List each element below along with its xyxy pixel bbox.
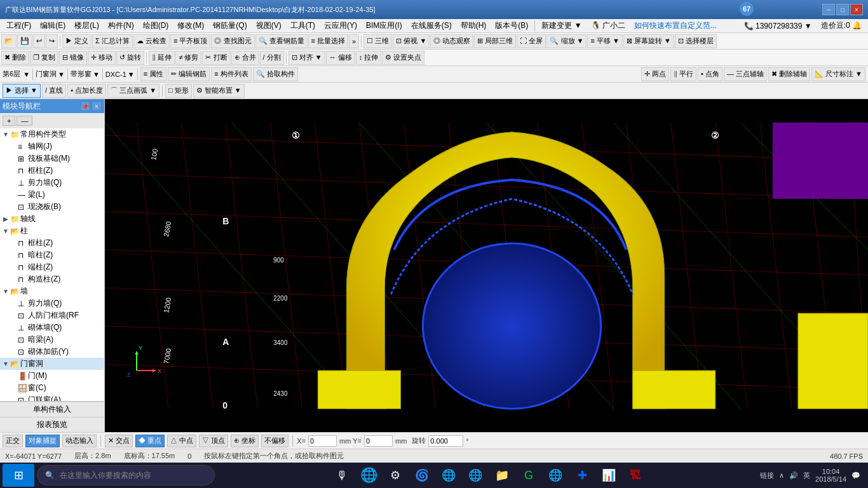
tree-item-beam[interactable]: — 梁(L) xyxy=(0,189,104,201)
tree-item-col4[interactable]: ⊓ 构造柱(Z) xyxy=(0,273,104,285)
task-ie[interactable]: 🌐 xyxy=(437,464,460,487)
screen-rotate-btn[interactable]: ⊠ 屏幕旋转 ▼ xyxy=(623,34,674,48)
y-input[interactable] xyxy=(364,435,393,447)
open-btn[interactable]: 📂 xyxy=(1,34,17,48)
task-app1[interactable]: 📊 xyxy=(597,464,620,487)
sidebar-pin-btn[interactable]: 📌 xyxy=(80,101,90,111)
zoom-btn[interactable]: 🔍 缩放 ▼ xyxy=(546,34,587,48)
sum-btn[interactable]: Σ 汇总计算 xyxy=(92,34,133,48)
sidebar-close-btn[interactable]: × xyxy=(92,101,102,111)
redo-btn[interactable]: ↪ xyxy=(46,34,58,48)
tree-item-wall1[interactable]: ⊥ 剪力墙(Q) xyxy=(0,297,104,309)
dynamic-input-btn[interactable]: 动态输入 xyxy=(62,435,97,447)
offset-btn[interactable]: ↔ 偏移 xyxy=(326,51,355,65)
menu-bim[interactable]: BIM应用(I) xyxy=(362,19,406,32)
tree-item-wall2[interactable]: ⊡ 人防门框墙(RF xyxy=(0,309,104,322)
tree-item-axisgroup[interactable]: ▶ 📁 轴线 xyxy=(0,213,104,225)
edit-rebar-btn[interactable]: ✏ 编辑钢筋 xyxy=(168,67,210,81)
tree-item-common[interactable]: ▼ 📁 常用构件类型 xyxy=(0,128,104,140)
tree-item-shear-wall[interactable]: ⊥ 剪力墙(Q) xyxy=(0,177,104,189)
task-green[interactable]: G xyxy=(517,464,540,487)
task-browser[interactable]: 🌐 xyxy=(544,464,567,487)
tree-item-col3[interactable]: ⊓ 端柱(Z) xyxy=(0,261,104,273)
task-edge2[interactable]: 🌀 xyxy=(410,464,433,487)
task-ie2[interactable]: 🌐 xyxy=(464,464,487,487)
mirror-btn[interactable]: ⊟ 镜像 xyxy=(59,51,87,65)
task-folder[interactable]: 📁 xyxy=(491,464,513,487)
property-btn[interactable]: ≡ 属性 xyxy=(140,67,166,81)
tree-item-wall3[interactable]: ⊥ 砌体墙(Q) xyxy=(0,322,104,334)
menu-phone[interactable]: 📞 13907298339 ▼ xyxy=(740,20,816,32)
tree-item-slab[interactable]: ⊡ 现浇板(B) xyxy=(0,201,104,213)
coord-btn[interactable]: ⊕ 坐标 xyxy=(231,435,259,447)
batch-select-btn[interactable]: ≡ 批量选择 xyxy=(308,34,348,48)
parallel-btn[interactable]: ‖ 平行 xyxy=(670,67,696,81)
dimension-btn[interactable]: 📐 尺寸标注 ▼ xyxy=(811,67,865,81)
tree-item-frame-col[interactable]: ⊓ 框柱(Z) xyxy=(0,165,104,177)
3d-btn[interactable]: ☐ 三维 xyxy=(363,34,392,48)
report-preview-btn[interactable]: 报表预览 xyxy=(0,417,104,432)
menu-modify[interactable]: 修改(M) xyxy=(173,19,208,32)
tree-item-raft[interactable]: ⊞ 筏板基础(M) xyxy=(0,152,104,165)
sidebar-add-btn[interactable]: + xyxy=(3,116,15,126)
task-plus[interactable]: ✚ xyxy=(571,464,593,487)
snap-btn[interactable]: 对象捕捉 xyxy=(25,435,60,447)
menu-guangxiaer[interactable]: 🐧 广小二 xyxy=(587,19,629,32)
restore-button[interactable]: □ xyxy=(836,4,849,15)
menu-draw[interactable]: 绘图(D) xyxy=(139,19,173,32)
no-offset-btn[interactable]: 不偏移 xyxy=(261,435,288,447)
floor-select-btn[interactable]: ⊡ 选择楼层 xyxy=(675,34,717,48)
tree-item-col2[interactable]: ⊓ 暗柱(Z) xyxy=(0,249,104,261)
smart-layout-btn[interactable]: ⚙ 智能布置 ▼ xyxy=(193,84,245,98)
menu-tips[interactable]: 如何快速布置自定义范... xyxy=(630,19,721,32)
extend-btn[interactable]: ‖ 延伸 xyxy=(149,51,175,65)
point-length-btn[interactable]: • 点加长度 xyxy=(67,84,106,98)
define-btn[interactable]: ▶ 定义 xyxy=(62,34,92,48)
vertex-btn[interactable]: ▽ 顶点 xyxy=(199,435,228,447)
dynamic-btn[interactable]: ◎ 动态观察 xyxy=(430,34,473,48)
task-edge1[interactable]: 🌐 xyxy=(357,464,380,487)
pan-btn[interactable]: ≡ 平移 ▼ xyxy=(587,34,622,48)
menu-new-change[interactable]: 新建变更 ▼ xyxy=(538,19,585,32)
line-btn[interactable]: / 直线 xyxy=(42,84,66,98)
menu-edit[interactable]: 编辑(E) xyxy=(36,19,69,32)
tree-item-wall-group[interactable]: ▼ 📂 墙 xyxy=(0,285,104,297)
tree-item-door-win[interactable]: ⊡ 门联窗(A) xyxy=(0,394,104,401)
two-point-btn[interactable]: ✛ 两点 xyxy=(641,67,669,81)
align-btn[interactable]: ⊡ 对齐 ▼ xyxy=(288,51,325,65)
delete-btn[interactable]: ✖ 删除 xyxy=(1,51,29,65)
tree-item-col-group[interactable]: ▼ 📂 柱 xyxy=(0,225,104,237)
tree-item-wall5[interactable]: ⊡ 砌体加筋(Y) xyxy=(0,346,104,358)
minimize-button[interactable]: ─ xyxy=(822,4,835,15)
topview-btn[interactable]: ⊡ 俯视 ▼ xyxy=(393,34,430,48)
more-btn[interactable]: » xyxy=(349,34,359,48)
three-arc-btn[interactable]: ⌒ 三点画弧 ▼ xyxy=(107,84,159,98)
menu-version[interactable]: 版本号(B) xyxy=(491,19,532,32)
menu-cost-beans[interactable]: 造价豆:0 🔔 xyxy=(817,19,865,32)
tray-notification[interactable]: 💬 xyxy=(851,471,860,480)
find-btn[interactable]: ◎ 查找图元 xyxy=(211,34,254,48)
menu-cloud[interactable]: 云应用(Y) xyxy=(320,19,361,32)
close-button[interactable]: × xyxy=(850,4,863,15)
move-btn[interactable]: ✛ 移动 xyxy=(88,51,116,65)
single-component-btn[interactable]: 单构件输入 xyxy=(0,402,104,417)
save-btn[interactable]: 💾 xyxy=(17,34,32,48)
task-cortana[interactable]: 🎙 xyxy=(330,464,353,487)
rect-btn[interactable]: □ 矩形 xyxy=(165,84,192,98)
menu-component[interactable]: 构件(N) xyxy=(104,19,138,32)
task-settings[interactable]: ⚙ xyxy=(384,464,407,487)
tree-item-window[interactable]: 🪟 窗(C) xyxy=(0,382,104,394)
tree-item-wall4[interactable]: ⊡ 暗梁(A) xyxy=(0,334,104,346)
ortho-btn[interactable]: 正交 xyxy=(3,435,23,447)
cloud-check-btn[interactable]: ☁ 云检查 xyxy=(133,34,170,48)
menu-tools[interactable]: 工具(T) xyxy=(287,19,319,32)
tree-item-door[interactable]: 🚪 门(M) xyxy=(0,370,104,382)
menu-view[interactable]: 视图(V) xyxy=(252,19,285,32)
delete-axis-btn[interactable]: ✖ 删除辅轴 xyxy=(768,67,810,81)
midpoint-btn[interactable]: △ 中点 xyxy=(167,435,196,447)
tree-item-col1[interactable]: ⊓ 框柱(Z) xyxy=(0,237,104,249)
break-btn[interactable]: ✂ 打断 xyxy=(202,51,230,65)
point-angle-btn[interactable]: • 点角 xyxy=(698,67,722,81)
menu-rebar-qty[interactable]: 钢筋量(Q) xyxy=(209,19,250,32)
menu-project[interactable]: 工程(F) xyxy=(3,19,35,32)
